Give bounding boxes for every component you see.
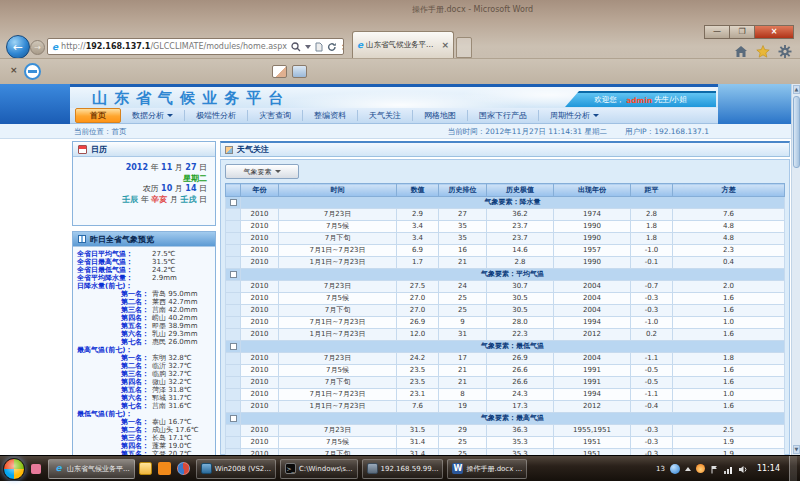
scroll-up-icon[interactable]: ▲ — [793, 85, 800, 94]
calendar-lunar: 农历 10 月 14 日 — [73, 184, 207, 195]
table-row[interactable]: 20107月下旬3.43523.719901.84.8 — [226, 233, 785, 245]
group-checkbox[interactable] — [230, 199, 237, 206]
scroll-down-icon[interactable]: ▼ — [793, 445, 800, 454]
table-cell: 2010 — [241, 221, 279, 233]
welcome-ribbon: 欢迎您， admin 先生/小姐 — [565, 91, 716, 107]
taskbar-button[interactable]: 192.168.59.99... — [362, 459, 444, 479]
tray-expand-icon[interactable] — [685, 467, 691, 471]
summary-rank-label: 第五名： — [77, 322, 149, 330]
table-column-header: 年份 — [241, 184, 279, 197]
tray-network-icon[interactable] — [724, 459, 733, 478]
table-cell: -0.1 — [631, 257, 673, 269]
table-cell: 7月1日~7月23日 — [279, 389, 397, 401]
nav-item-0[interactable]: 首页 — [75, 108, 121, 123]
window-controls: — ❐ × — [705, 25, 794, 39]
summary-stat-label: 全省日最低气温： — [77, 266, 149, 274]
summary-stat: 全省日最低气温：24.2℃ — [77, 266, 213, 274]
stop-icon[interactable]: × — [341, 42, 344, 52]
table-row[interactable]: 20107月23日27.52430.72004-0.72.0 — [226, 281, 785, 293]
mail-card-icon[interactable] — [272, 65, 287, 78]
calendar-segment: 10 — [161, 184, 172, 193]
group-checkbox-cell — [226, 413, 241, 425]
taskbar-button[interactable]: Win2008 (VS2... — [196, 459, 276, 479]
table-row[interactable]: 20107月5候27.02530.52004-0.31.6 — [226, 293, 785, 305]
page-scrollbar[interactable]: ▲ ▼ — [791, 84, 800, 455]
table-row[interactable]: 20107月5候31.42535.31951-0.31.9 — [226, 437, 785, 449]
close-button[interactable]: × — [754, 25, 794, 39]
show-desktop-button[interactable] — [789, 456, 797, 482]
table-group-row: 气象要素：降水量 — [226, 197, 785, 209]
table-cell: 30.7 — [487, 281, 554, 293]
table-row[interactable]: 20107月1日~7月23日6.91614.61957-1.02.3 — [226, 245, 785, 257]
maximize-button[interactable]: ❐ — [729, 25, 755, 39]
group-checkbox[interactable] — [230, 415, 237, 422]
table-row[interactable]: 20107月1日~7月23日23.1824.31994-1.11.0 — [226, 389, 785, 401]
tray-downloader-icon[interactable] — [696, 464, 705, 473]
tray-flag-icon[interactable] — [710, 459, 719, 478]
taskbar-button[interactable]: e山东省气候业务平... — [48, 459, 135, 479]
tab-favicon-icon: e — [357, 40, 363, 50]
table-cell: 31.4 — [397, 437, 439, 449]
address-bar[interactable]: e http://192.168.137.1/GLCCLIMATE/module… — [47, 38, 344, 55]
nav-item-2[interactable]: 极端性分析 — [185, 110, 248, 121]
tray-volume-icon[interactable] — [738, 459, 748, 478]
nav-item-8[interactable]: 周期性分析 — [539, 110, 610, 121]
table-cell: 7.6 — [397, 401, 439, 413]
round-app-icon[interactable] — [177, 462, 190, 475]
table-cell: -0.3 — [631, 305, 673, 317]
envelope-icon[interactable] — [292, 65, 307, 78]
table-row[interactable]: 20107月23日31.52936.31955,1951-0.32.5 — [226, 425, 785, 437]
group-checkbox[interactable] — [230, 271, 237, 278]
browser-tab[interactable]: e 山东省气候业务平... × — [352, 31, 454, 58]
table-row[interactable]: 20101月1日~7月23日7.61917.32012-0.41.6 — [226, 401, 785, 413]
table-cell: 2010 — [241, 317, 279, 329]
start-button[interactable] — [3, 458, 25, 480]
table-cell: 1990 — [554, 221, 631, 233]
nav-item-7[interactable]: 国家下行产品 — [468, 110, 539, 121]
table-row[interactable]: 20107月23日2.92736.219742.87.6 — [226, 209, 785, 221]
table-cell: 2010 — [241, 305, 279, 317]
minimize-button[interactable]: — — [704, 25, 730, 39]
orange-app-icon[interactable] — [158, 462, 171, 475]
search-icon[interactable] — [291, 42, 301, 52]
nav-item-3[interactable]: 灾害查询 — [248, 110, 303, 121]
table-row[interactable]: 20107月5候23.52126.61991-0.51.6 — [226, 365, 785, 377]
element-filter-button[interactable]: 气象要素 — [225, 164, 299, 179]
table-row[interactable]: 20107月1日~7月23日26.9928.01994-1.01.0 — [226, 317, 785, 329]
forward-button[interactable]: → — [30, 40, 45, 55]
table-row[interactable]: 20101月1日~7月23日12.03122.320120.21.6 — [226, 329, 785, 341]
nav-item-1[interactable]: 数据分析 — [121, 110, 185, 121]
pinned-app-icon[interactable] — [31, 464, 41, 474]
compatibility-view-icon[interactable] — [315, 42, 323, 52]
table-cell: -1.1 — [631, 389, 673, 401]
table-row[interactable]: 20107月下旬23.52126.61991-0.51.6 — [226, 377, 785, 389]
summary-section-heading: 最低气温(前七)： — [77, 410, 213, 418]
scrollbar-thumb[interactable] — [793, 96, 800, 168]
back-button[interactable]: ← — [6, 35, 30, 59]
table-row[interactable]: 20107月5候3.43523.719901.84.8 — [226, 221, 785, 233]
folder-icon[interactable] — [139, 462, 152, 475]
toolbar-close-icon[interactable]: × — [10, 65, 18, 75]
blocker-icon[interactable] — [24, 63, 41, 80]
table-cell: -1.0 — [631, 317, 673, 329]
table-group-row: 气象要素：平均气温 — [226, 269, 785, 281]
table-cell: 27 — [439, 209, 487, 221]
table-row[interactable]: 20107月23日24.21726.92004-1.11.8 — [226, 353, 785, 365]
nav-item-4[interactable]: 整编资料 — [303, 110, 358, 121]
new-tab-button[interactable] — [456, 37, 472, 58]
screen: 操作手册.docx - Microsoft Word — ❐ × ← → e h… — [0, 0, 800, 500]
refresh-icon[interactable] — [327, 42, 337, 52]
nav-item-5[interactable]: 天气关注 — [358, 110, 413, 121]
group-checkbox[interactable] — [230, 343, 237, 350]
tab-close-icon[interactable]: × — [438, 40, 449, 50]
taskbar-button[interactable]: >_C:\Windows\s... — [280, 459, 358, 479]
table-cell: 1.6 — [673, 377, 785, 389]
table-row[interactable]: 20107月下旬27.02530.52004-0.31.6 — [226, 305, 785, 317]
table-row[interactable]: 20101月1日~7月23日1.7212.81990-0.10.4 — [226, 257, 785, 269]
taskbar-clock[interactable]: 11:14 — [757, 464, 780, 473]
nav-item-6[interactable]: 网格地图 — [413, 110, 468, 121]
search-dropdown-caret-icon[interactable] — [305, 45, 311, 49]
tray-blue-sphere-icon[interactable] — [670, 464, 680, 474]
table-cell: -0.5 — [631, 377, 673, 389]
taskbar-button[interactable]: W操作手册.docx ... — [447, 459, 527, 479]
